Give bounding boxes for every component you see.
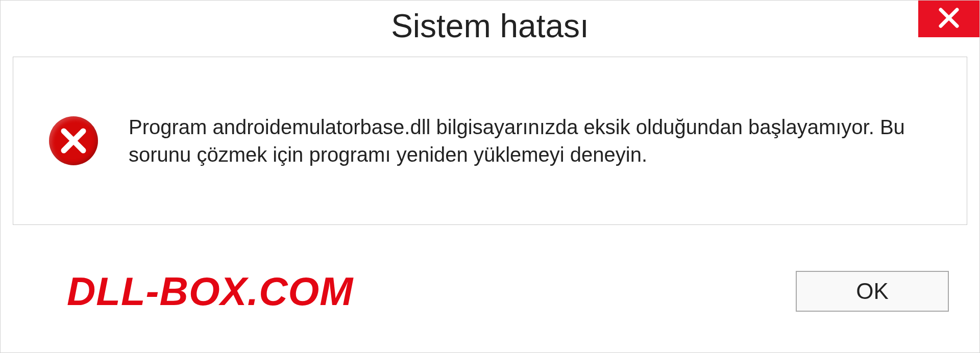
error-icon-wrap [49,116,98,165]
error-icon [49,116,98,165]
ok-button[interactable]: OK [796,271,949,312]
error-message: Program androidemulatorbase.dll bilgisay… [129,113,936,168]
close-button[interactable] [918,1,979,37]
close-icon [938,7,960,31]
dialog-footer: DLL-BOX.COM OK [1,250,979,352]
dialog-content-panel: Program androidemulatorbase.dll bilgisay… [13,57,967,225]
titlebar: Sistem hatası [1,1,979,52]
watermark-text: DLL-BOX.COM [67,268,353,315]
window-title: Sistem hatası [391,7,589,45]
